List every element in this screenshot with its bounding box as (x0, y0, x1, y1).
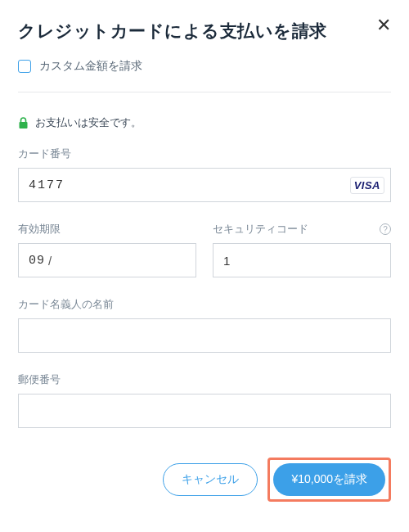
secure-notice: お支払いは安全です。 (18, 115, 391, 130)
custom-amount-label: カスタム金額を請求 (39, 59, 142, 74)
lock-icon (18, 117, 29, 129)
help-icon[interactable]: ? (380, 223, 391, 235)
close-button[interactable]: ✕ (376, 16, 391, 34)
visa-icon: VISA (350, 177, 384, 194)
cardholder-label: カード名義人の名前 (18, 297, 391, 312)
dialog-title: クレジットカードによる支払いを請求 (18, 20, 391, 43)
cancel-button[interactable]: キャンセル (163, 463, 258, 496)
card-number-input[interactable] (18, 168, 391, 202)
expiry-group: 有効期限 09 / (18, 222, 196, 277)
security-code-input[interactable] (213, 243, 391, 277)
card-number-group: カード番号 VISA (18, 147, 391, 202)
expiry-label: 有効期限 (18, 222, 196, 237)
expiry-month-value: 09 (29, 254, 45, 268)
card-number-label: カード番号 (18, 147, 391, 161)
close-icon: ✕ (376, 15, 391, 35)
custom-amount-row: カスタム金額を請求 (18, 59, 391, 92)
cardholder-input[interactable] (18, 318, 391, 353)
expiry-input[interactable]: 09 / (18, 243, 196, 277)
secure-text: お支払いは安全です。 (35, 115, 142, 130)
security-code-group: セキュリティコード ? (213, 222, 391, 277)
cardholder-group: カード名義人の名前 (18, 297, 391, 353)
dialog-footer: キャンセル ¥10,000を請求 (18, 458, 391, 502)
custom-amount-checkbox[interactable] (18, 60, 31, 73)
postal-group: 郵便番号 (18, 372, 391, 428)
security-code-label: セキュリティコード (213, 222, 308, 237)
postal-label: 郵便番号 (18, 372, 391, 387)
expiry-separator: / (48, 254, 52, 268)
postal-input[interactable] (18, 394, 391, 428)
card-brand-badge: VISA (350, 175, 384, 195)
svg-rect-0 (20, 122, 28, 128)
submit-button[interactable]: ¥10,000を請求 (273, 463, 385, 496)
submit-highlight: ¥10,000を請求 (267, 458, 391, 502)
